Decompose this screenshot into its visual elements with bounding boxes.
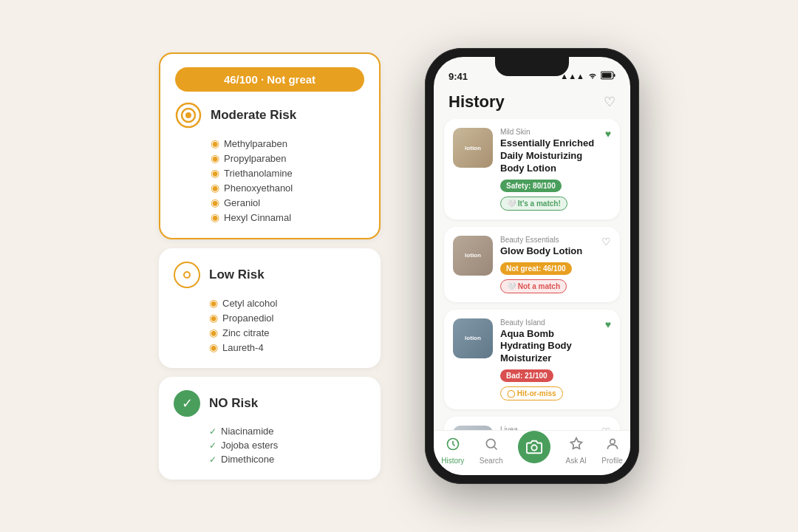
product-card-4[interactable]: lotion Livea Daily Healing Dry Skin Hand… bbox=[444, 417, 620, 430]
match-badge-2: 🤍 Not a match bbox=[500, 279, 567, 293]
header-heart-button[interactable]: ♡ bbox=[604, 94, 615, 110]
dot-icon: ◉ bbox=[211, 137, 219, 149]
list-item: ◉Zinc citrate bbox=[209, 325, 366, 340]
low-risk-card: Low Risk ◉Cetyl alcohol ◉Propanediol ◉Zi… bbox=[159, 248, 381, 368]
dot-icon: ◉ bbox=[211, 167, 219, 179]
low-risk-title: Low Risk bbox=[209, 267, 265, 282]
left-panel: 46/100 · Not great Moderate Risk ◉Methyl… bbox=[159, 52, 381, 480]
dot-icon: ◉ bbox=[209, 341, 218, 353]
dot-icon: ◉ bbox=[211, 152, 219, 164]
nav-camera[interactable] bbox=[518, 438, 550, 463]
nav-profile[interactable]: Profile bbox=[601, 437, 622, 465]
screen-title: History bbox=[449, 92, 505, 112]
no-risk-items: ✓Niacinamide ✓Jojoba esters ✓Dimethicone bbox=[209, 424, 366, 466]
match-badge-1: 🤍 It's a match! bbox=[500, 197, 567, 211]
product-info-1: Mild Skin Essentially Enriched Daily Moi… bbox=[500, 128, 598, 211]
dot-icon: ◉ bbox=[211, 211, 219, 223]
status-icons: ▲▲▲ bbox=[560, 71, 615, 81]
nav-ask-ai[interactable]: Ask AI bbox=[566, 437, 587, 465]
product-name-3: Aqua Bomb Hydrating Body Moisturizer bbox=[500, 328, 598, 366]
list-item: ◉Cetyl alcohol bbox=[209, 296, 366, 310]
list-item: ◉Methylparaben bbox=[211, 136, 364, 151]
check-icon: ✓ bbox=[209, 440, 216, 451]
dot-icon: ◉ bbox=[209, 297, 218, 309]
no-risk-title: NO Risk bbox=[209, 396, 258, 411]
product-brand-3: Beauty Island bbox=[500, 318, 598, 327]
safety-badge-1: Safety: 80/100 bbox=[500, 180, 562, 192]
no-risk-header: ✓ NO Risk bbox=[174, 390, 366, 417]
moderate-risk-header: Moderate Risk bbox=[175, 102, 364, 129]
card-heart-3[interactable]: ♥ bbox=[605, 318, 611, 330]
dot-icon: ◉ bbox=[211, 197, 219, 208]
list-item: ◉Propylparaben bbox=[211, 151, 364, 166]
no-risk-icon: ✓ bbox=[174, 390, 200, 417]
product-thumbnail-2: lotion bbox=[453, 236, 493, 276]
product-thumbnail-3: lotion bbox=[453, 318, 493, 358]
product-info-2: Beauty Essentials Glow Body Lotion Not g… bbox=[500, 236, 594, 293]
card-heart-1[interactable]: ♥ bbox=[605, 128, 611, 140]
moderate-risk-items: ◉Methylparaben ◉Propylparaben ◉Triethano… bbox=[211, 136, 364, 225]
list-item: ◉Laureth-4 bbox=[209, 340, 366, 355]
svg-rect-5 bbox=[614, 74, 615, 77]
no-risk-card: ✓ NO Risk ✓Niacinamide ✓Jojoba esters ✓D… bbox=[159, 377, 381, 480]
safety-badge-3: Bad: 21/100 bbox=[500, 369, 553, 382]
product-card-1[interactable]: lotion Mild Skin Essentially Enriched Da… bbox=[444, 119, 620, 219]
check-icon: ✓ bbox=[209, 426, 216, 437]
product-card-2[interactable]: lotion Beauty Essentials Glow Body Lotio… bbox=[444, 227, 620, 302]
status-time: 9:41 bbox=[449, 71, 468, 82]
product-badges-1: Safety: 80/100 🤍 It's a match! bbox=[500, 180, 598, 211]
list-item: ◉Phenoxyethanol bbox=[211, 180, 364, 195]
dot-icon: ◉ bbox=[209, 327, 218, 338]
product-name-1: Essentially Enriched Daily Moisturizing … bbox=[500, 137, 598, 175]
phone-frame: 9:41 ▲▲▲ History ♡ lotion bbox=[425, 48, 639, 484]
nav-history-label: History bbox=[441, 457, 464, 465]
svg-point-9 bbox=[531, 445, 536, 450]
product-thumbnail-1: lotion bbox=[453, 128, 493, 168]
history-nav-icon bbox=[446, 437, 460, 455]
profile-nav-icon bbox=[605, 437, 620, 455]
wifi-icon bbox=[587, 71, 598, 81]
bottom-nav: History Search Ask AI bbox=[434, 430, 630, 475]
safety-badge-2: Not great: 46/100 bbox=[500, 262, 572, 275]
nav-search[interactable]: Search bbox=[480, 437, 503, 465]
phone-screen: 9:41 ▲▲▲ History ♡ lotion bbox=[434, 57, 630, 475]
dot-icon: ◉ bbox=[211, 182, 219, 194]
svg-line-8 bbox=[494, 447, 497, 450]
score-badge: 46/100 · Not great bbox=[175, 67, 364, 92]
moderate-risk-card: 46/100 · Not great Moderate Risk ◉Methyl… bbox=[159, 52, 381, 239]
moderate-risk-icon bbox=[175, 102, 202, 129]
product-info-3: Beauty Island Aqua Bomb Hydrating Body M… bbox=[500, 318, 598, 401]
product-badges-2: Not great: 46/100 🤍 Not a match bbox=[500, 262, 594, 293]
search-nav-icon bbox=[484, 437, 499, 455]
check-icon: ✓ bbox=[209, 454, 216, 465]
nav-profile-label: Profile bbox=[601, 457, 622, 465]
svg-point-7 bbox=[486, 439, 495, 448]
list-item: ◉Triethanolamine bbox=[211, 166, 364, 180]
product-name-2: Glow Body Lotion bbox=[500, 245, 594, 258]
ai-nav-icon bbox=[569, 437, 584, 455]
nav-search-label: Search bbox=[480, 457, 503, 465]
list-item: ✓Dimethicone bbox=[209, 452, 366, 466]
svg-point-2 bbox=[185, 112, 191, 118]
svg-rect-4 bbox=[602, 73, 612, 78]
battery-icon bbox=[601, 71, 615, 81]
products-scroll-area[interactable]: lotion Mild Skin Essentially Enriched Da… bbox=[434, 119, 630, 430]
phone-notch bbox=[495, 57, 569, 76]
dot-icon: ◉ bbox=[209, 312, 218, 324]
nav-history[interactable]: History bbox=[441, 437, 464, 465]
list-item: ◉Hexyl Cinnamal bbox=[211, 210, 364, 225]
match-badge-3: ◯ Hit-or-miss bbox=[500, 386, 563, 400]
card-heart-2[interactable]: ♡ bbox=[601, 236, 611, 248]
list-item: ◉Propanediol bbox=[209, 310, 366, 325]
camera-button[interactable] bbox=[518, 431, 550, 463]
product-brand-1: Mild Skin bbox=[500, 128, 598, 136]
product-card-3[interactable]: lotion Beauty Island Aqua Bomb Hydrating… bbox=[444, 310, 620, 410]
nav-ask-ai-label: Ask AI bbox=[566, 457, 587, 465]
screen-header: History ♡ bbox=[434, 89, 630, 119]
low-risk-items: ◉Cetyl alcohol ◉Propanediol ◉Zinc citrat… bbox=[209, 296, 366, 355]
moderate-risk-title: Moderate Risk bbox=[211, 108, 296, 123]
product-badges-3: Bad: 21/100 ◯ Hit-or-miss bbox=[500, 369, 598, 400]
product-brand-2: Beauty Essentials bbox=[500, 236, 594, 244]
list-item: ◉Geraniol bbox=[211, 195, 364, 210]
low-risk-header: Low Risk bbox=[174, 262, 366, 288]
